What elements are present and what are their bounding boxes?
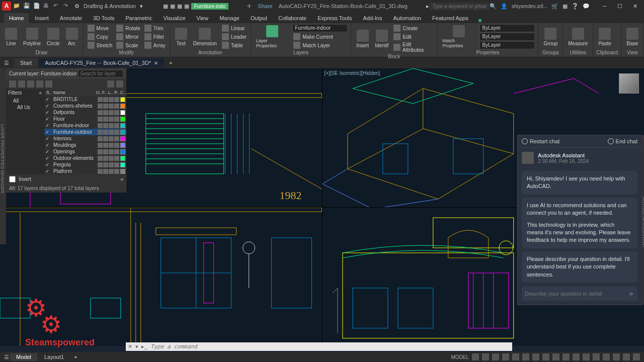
cmd-recent-icon[interactable]: ▾ [135, 343, 138, 350]
layer-row[interactable]: ✓ Counters-shelves [44, 103, 126, 109]
leader-button[interactable]: Leader [221, 33, 248, 41]
layer-pill[interactable]: Furniture-indo [191, 3, 228, 10]
layer-row[interactable]: ✓ Openings [44, 148, 126, 155]
scale-button[interactable]: Scale [115, 41, 141, 49]
command-input[interactable] [150, 343, 510, 350]
ribbon-tab-output[interactable]: Output [246, 13, 272, 23]
dimension-button[interactable]: Dimension [191, 27, 219, 47]
add-tab-icon[interactable]: + [169, 60, 172, 66]
layer-row[interactable]: ✓ Pergola [44, 161, 126, 168]
paste-button[interactable]: Paste [596, 27, 613, 47]
filter-allused[interactable]: All Us [8, 104, 42, 111]
viewport-label[interactable]: [+][SE Isometric][Hidden] [325, 70, 380, 76]
ribbon-tab-addins[interactable]: Add-Ins [358, 13, 387, 23]
lp-delete-icon[interactable] [18, 80, 25, 87]
share-icon[interactable]: ✈ [247, 3, 252, 10]
text-button[interactable]: Text [173, 27, 189, 47]
status-3dosnap-icon[interactable] [522, 353, 529, 360]
minimize-button[interactable]: ─ [598, 1, 612, 11]
status-isolate-icon[interactable] [603, 353, 610, 360]
lp-new-icon[interactable] [9, 80, 16, 87]
edit-attributes-button[interactable]: Edit Attributes [392, 41, 434, 53]
group-button[interactable]: Group [541, 27, 559, 47]
status-cycling-icon[interactable] [562, 353, 570, 360]
restart-chat-button[interactable]: Restart chat [522, 138, 559, 144]
rotate-button[interactable]: Rotate [115, 24, 141, 32]
qat-redo-icon[interactable]: ↷ [63, 3, 70, 10]
layer-row[interactable]: ✓ Platform [44, 168, 126, 174]
lp-tool3-icon[interactable] [27, 80, 34, 87]
invert-checkbox[interactable] [9, 176, 16, 183]
qat-saveas-icon[interactable]: 📄 [33, 3, 40, 10]
user-icon[interactable]: 👤 [501, 3, 508, 10]
color-dropdown[interactable]: ByLayer [479, 24, 535, 32]
circle-button[interactable]: Circle [45, 27, 62, 47]
qat-open-icon[interactable]: 📁 [13, 3, 20, 10]
edit-button[interactable]: Edit [392, 33, 434, 41]
qat-ext-3-icon[interactable]: ▦ [177, 3, 182, 10]
status-model[interactable]: MODEL [451, 354, 469, 360]
ribbon-tab-express[interactable]: Express Tools [312, 13, 357, 23]
linetype-dropdown[interactable]: ByLayer [479, 33, 535, 41]
status-clean-icon[interactable] [623, 353, 630, 360]
status-transparency-icon[interactable] [552, 353, 559, 360]
table-button[interactable]: Table [221, 41, 248, 49]
user-name[interactable]: shiyamdev.sril... [512, 4, 547, 9]
file-tab-active[interactable]: AutoCAD-FY25_Fire ··· Book-Cafe_01_3D* ✕ [39, 58, 164, 67]
create-button[interactable]: Create [392, 24, 434, 32]
status-polar-icon[interactable] [502, 353, 509, 360]
layer-manager-sidebar-tab[interactable]: LAYER PROPERTIES MANAGER [0, 68, 6, 244]
layer-dropdown[interactable]: Furniture-indoor [292, 24, 348, 32]
status-lwt-icon[interactable] [542, 353, 549, 360]
cart-icon[interactable]: 🛒 [551, 3, 558, 10]
qat-ext-4-icon[interactable]: ▦ [184, 3, 189, 10]
send-icon[interactable]: ➤ [628, 290, 634, 298]
lineweight-dropdown[interactable]: ByLayer [479, 41, 535, 49]
layout1-tab[interactable]: Layout1 [38, 353, 70, 361]
ribbon-tab-annotate[interactable]: Annotate [55, 13, 87, 23]
status-workspace-icon[interactable] [583, 353, 590, 360]
measure-button[interactable]: Measure [566, 27, 590, 47]
layer-search-input[interactable] [78, 70, 123, 77]
ribbon-tab-visualize[interactable]: Visualize [158, 13, 191, 23]
bubble-icon[interactable]: 💬 [583, 3, 590, 10]
lp-refresh-icon[interactable] [107, 80, 114, 87]
ribbon-tab-featured[interactable]: Featured Apps [427, 13, 473, 23]
add-layout-icon[interactable]: + [74, 354, 77, 360]
layer-row[interactable]: ✓ Furniture-indoor [44, 122, 126, 129]
lp-settings-icon[interactable] [116, 80, 123, 87]
ribbon-tab-manage[interactable]: Manage [214, 13, 245, 23]
ribbon-tab-view[interactable]: View [192, 13, 214, 23]
end-chat-button[interactable]: End chat [608, 138, 637, 144]
layer-row[interactable]: ✓ Interiors [44, 135, 126, 142]
status-osnap-icon[interactable] [512, 353, 519, 360]
arc-button[interactable]: Arc [64, 27, 80, 47]
move-button[interactable]: Move [87, 24, 114, 32]
copy-button[interactable]: Copy [87, 33, 114, 41]
layer-row[interactable]: ✓ Floor [44, 116, 126, 122]
polyline-button[interactable]: Polyline [21, 27, 43, 47]
layer-row[interactable]: ✓ Mouldings [44, 142, 126, 148]
status-hardware-icon[interactable] [613, 353, 620, 360]
assistant-input[interactable] [525, 291, 628, 297]
status-monitor-icon[interactable] [593, 353, 600, 360]
qat-ext-1-icon[interactable]: ▦ [163, 3, 168, 10]
lp-tool4-icon[interactable] [36, 80, 43, 87]
layer-row[interactable]: ✓ Defpoints [44, 109, 126, 116]
match-properties-button[interactable]: Match Properties [440, 24, 477, 49]
workspace-selector[interactable]: Drafting & Annotation [84, 3, 136, 9]
stretch-button[interactable]: Stretch [87, 41, 114, 49]
filter-all[interactable]: All [8, 98, 42, 104]
assistant-sidebar-tab[interactable]: AUTODESK ASSISTANT [641, 135, 644, 305]
ribbon-tab-add-icon[interactable]: ■ [478, 17, 482, 23]
status-custom-icon[interactable] [633, 353, 640, 360]
menu-icon[interactable]: ☰ [4, 60, 9, 66]
make-current-button[interactable]: Make Current [292, 33, 348, 41]
share-link[interactable]: Share [258, 3, 272, 9]
linear-button[interactable]: Linear [221, 24, 248, 32]
qat-plot-icon[interactable]: 🖶 [43, 3, 50, 10]
fillet-button[interactable]: Fillet [143, 33, 167, 41]
qat-save-icon[interactable]: 💾 [23, 3, 30, 10]
ribbon-tab-parametric[interactable]: Parametric [121, 13, 157, 23]
ribbon-tab-collaborate[interactable]: Collaborate [273, 13, 311, 23]
